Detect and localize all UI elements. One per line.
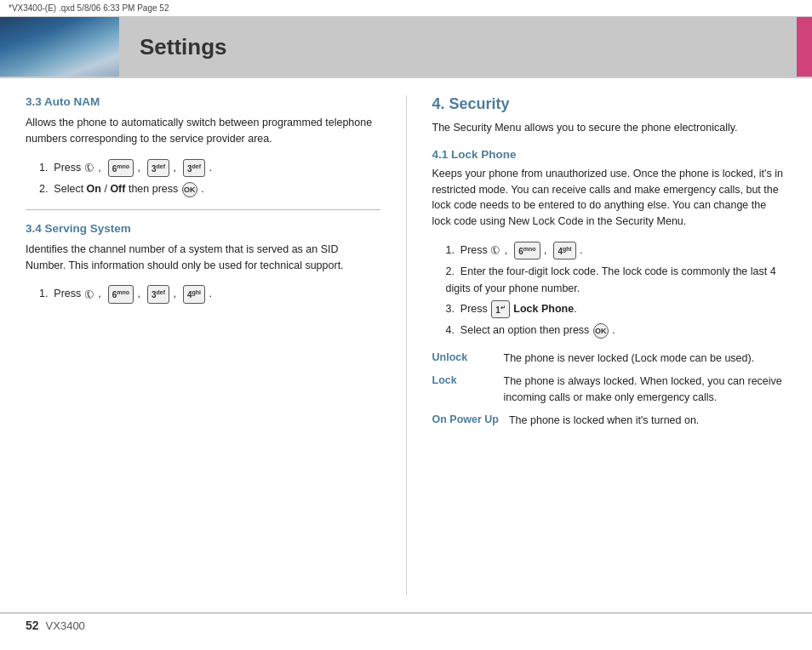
key-3a: 3def bbox=[147, 159, 169, 177]
header-title-area: Settings bbox=[119, 17, 797, 77]
option-lock-desc: The phone is always locked. When locked,… bbox=[504, 373, 787, 406]
main-content: 3.3 Auto NAM Allows the phone to automat… bbox=[0, 78, 812, 613]
option-unlock-label: Unlock bbox=[432, 351, 494, 363]
lock-step-2: 2. Enter the four-digit lock code. The l… bbox=[446, 263, 787, 297]
lock-step-1: 1. Press ✆ , 6mno , 4ghi . bbox=[446, 242, 787, 259]
key-6: 6mno bbox=[108, 159, 134, 177]
lock-phone-steps: 1. Press ✆ , 6mno , 4ghi . 2. Enter the … bbox=[446, 242, 787, 339]
section-auto-nam-title: 3.3 Auto NAM bbox=[26, 95, 380, 108]
lock-step-3: 3. Press 1↵ Lock Phone. bbox=[446, 300, 787, 318]
section-auto-nam-body: Allows the phone to automatically switch… bbox=[26, 115, 380, 147]
meta-text: *VX3400-(E) .qxd 5/8/06 6:33 PM Page 52 bbox=[9, 3, 169, 13]
option-unlock: Unlock The phone is never locked (Lock m… bbox=[432, 351, 787, 367]
step-2: 2. Select On / Off then press OK . bbox=[39, 180, 380, 197]
option-on-power-up-label: On Power Up bbox=[432, 413, 499, 425]
auto-nam-steps: 1. Press ✆ , 6mno , 3def , 3def . 2. Sel… bbox=[39, 159, 380, 197]
key-4-lock: 4ghi bbox=[553, 242, 575, 259]
key-6-lock: 6mno bbox=[514, 242, 540, 259]
section-serving-system-title: 3.4 Serving System bbox=[26, 222, 380, 235]
key-3s: 3def bbox=[147, 285, 169, 303]
section-serving-system-body: Identifies the channel number of a syste… bbox=[26, 242, 380, 274]
column-divider bbox=[406, 95, 407, 596]
security-main-body: The Security Menu allows you to secure t… bbox=[432, 120, 787, 136]
option-on-power-up-desc: The phone is locked when it's turned on. bbox=[509, 413, 699, 429]
ok-button-icon-2: OK bbox=[593, 323, 609, 339]
option-lock: Lock The phone is always locked. When lo… bbox=[432, 373, 787, 406]
page-title: Settings bbox=[140, 34, 227, 60]
option-unlock-desc: The phone is never locked (Lock mode can… bbox=[504, 351, 755, 367]
section-divider bbox=[26, 209, 380, 210]
handset-icon-2: ✆ bbox=[81, 284, 99, 304]
footer-page-number: 52 bbox=[26, 619, 39, 632]
step-1: 1. Press ✆ , 6mno , 3def , 3def . bbox=[39, 159, 380, 177]
meta-bar: *VX3400-(E) .qxd 5/8/06 6:33 PM Page 52 bbox=[0, 0, 812, 17]
key-6s: 6mno bbox=[108, 285, 134, 303]
left-column: 3.3 Auto NAM Allows the phone to automat… bbox=[26, 95, 380, 596]
header-accent-bar bbox=[797, 17, 812, 77]
footer-model: VX3400 bbox=[46, 619, 85, 632]
ok-button-icon: OK bbox=[182, 182, 197, 197]
lock-phone-title: 4.1 Lock Phone bbox=[432, 148, 787, 161]
header-image-inner bbox=[0, 17, 119, 77]
page-footer: 52 VX3400 bbox=[0, 613, 812, 637]
lock-phone-body: Keeps your phone from unauthorized use. … bbox=[432, 166, 787, 230]
option-lock-label: Lock bbox=[432, 373, 494, 386]
lock-options-list: Unlock The phone is never locked (Lock m… bbox=[432, 351, 787, 428]
key-4s: 4ghi bbox=[183, 285, 205, 303]
key-3b: 3def bbox=[183, 159, 205, 177]
right-column: 4. Security The Security Menu allows you… bbox=[432, 95, 787, 596]
header-image bbox=[0, 17, 119, 77]
page-header: Settings bbox=[0, 17, 812, 78]
key-1-lock: 1↵ bbox=[491, 300, 510, 318]
option-on-power-up: On Power Up The phone is locked when it'… bbox=[432, 413, 787, 429]
step-1-serving: 1. Press ✆ , 6mno , 3def , 4ghi . bbox=[39, 285, 380, 303]
serving-system-steps: 1. Press ✆ , 6mno , 3def , 4ghi . bbox=[39, 285, 380, 303]
handset-icon-3: ✆ bbox=[487, 241, 505, 260]
security-main-title: 4. Security bbox=[432, 95, 787, 113]
handset-icon: ✆ bbox=[81, 158, 99, 178]
lock-step-4: 4. Select an option then press OK . bbox=[446, 322, 787, 339]
